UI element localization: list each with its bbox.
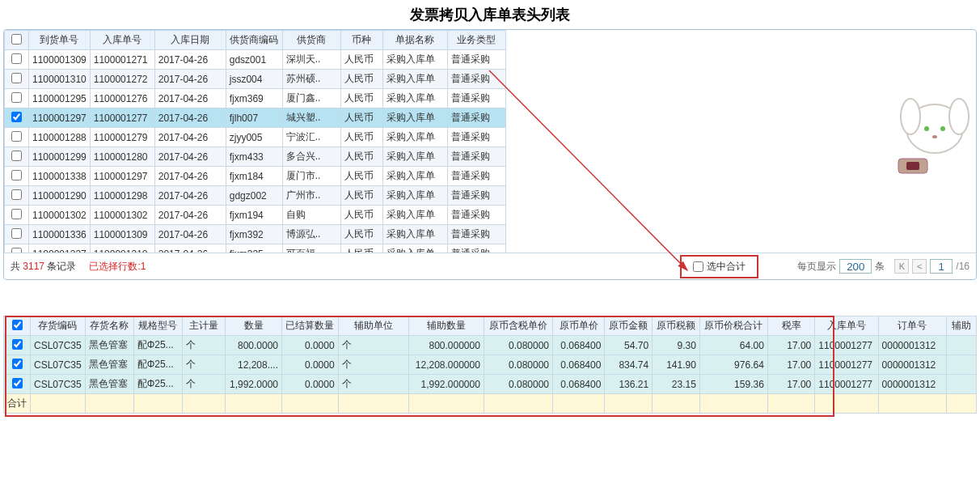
cell: 12,208.... (226, 355, 282, 375)
cell: 1100001309 (90, 225, 154, 244)
bottom-header[interactable]: 辅助 (946, 316, 976, 336)
top-header[interactable]: 币种 (340, 31, 382, 50)
per-page-input[interactable] (839, 259, 872, 274)
cell: 采购入库单 (382, 206, 447, 225)
bottom-header[interactable]: 订单号 (878, 316, 946, 336)
top-header[interactable]: 供货商 (282, 31, 340, 50)
row-checkbox[interactable] (12, 339, 23, 350)
cell: CSL07C35 (31, 375, 86, 394)
row-checkbox[interactable] (11, 112, 22, 122)
cell: 1,992.000000 (408, 375, 484, 394)
row-checkbox[interactable] (12, 359, 23, 369)
pager-page-input[interactable] (930, 259, 953, 274)
top-header[interactable]: 供货商编码 (226, 31, 282, 50)
table-row[interactable]: 110000129911000012802017-04-26fjxm433多合兴… (5, 147, 506, 167)
cell: 普通采购 (447, 244, 505, 254)
table-row[interactable]: 110000133711000013102017-04-26fjxm335可百福… (5, 244, 506, 254)
cell: 采购入库单 (382, 167, 447, 186)
per-page: 每页显示 条 (797, 259, 885, 274)
pager: K < /16 (894, 259, 969, 274)
table-row[interactable]: CSL07C35黑色管塞配Φ25...个12,208....0.0000个12,… (4, 355, 977, 375)
row-checkbox[interactable] (11, 53, 22, 64)
top-region: 到货单号入库单号入库日期供货商编码供货商币种单据名称业务类型1100001309… (3, 29, 977, 280)
cell: 0.0000 (282, 355, 339, 375)
cell: 2017-04-26 (154, 89, 226, 108)
cell: 配Φ25... (133, 336, 182, 355)
row-checkbox[interactable] (11, 248, 22, 254)
bottom-header[interactable]: 数量 (226, 316, 282, 336)
cell: 1100001336 (29, 225, 91, 244)
top-header[interactable]: 到货单号 (29, 31, 91, 50)
cell: 1100001295 (29, 89, 91, 108)
table-row[interactable]: 110000129011000012982017-04-26gdgz002广州市… (5, 186, 506, 206)
cell: 人民币 (340, 89, 382, 108)
bottom-header[interactable]: 已结算数量 (282, 316, 339, 336)
cell: 普通采购 (447, 186, 505, 206)
row-checkbox[interactable] (11, 92, 22, 103)
cell: 宁波汇.. (282, 128, 340, 147)
checksum-checkbox[interactable] (693, 261, 703, 272)
bottom-header[interactable]: 税率 (767, 316, 814, 336)
bottom-header[interactable]: 原币价税合计 (699, 316, 767, 336)
cell: 2017-04-26 (154, 167, 226, 186)
cell: 0.0000 (282, 336, 339, 355)
cell: 800.000000 (408, 336, 484, 355)
bottom-header[interactable]: 存货名称 (85, 316, 133, 336)
table-row[interactable]: 110000131011000012722017-04-26jssz004苏州硕… (5, 70, 506, 89)
cell: 1100001277 (90, 108, 154, 128)
top-header[interactable]: 单据名称 (382, 31, 447, 50)
pager-prev[interactable]: < (912, 259, 927, 274)
table-row[interactable]: 110000130211000013022017-04-26fjxm194自购人… (5, 206, 506, 225)
table-row[interactable]: 110000133611000013092017-04-26fjxm392博源弘… (5, 225, 506, 244)
top-header[interactable]: 入库单号 (90, 31, 154, 50)
bottom-header[interactable]: 原币金额 (605, 316, 653, 336)
cell: 54.70 (605, 336, 653, 355)
cell: 人民币 (340, 147, 382, 167)
table-row[interactable]: 110000133811000012972017-04-26fjxm184厦门市… (5, 167, 506, 186)
table-row[interactable]: CSL07C35黑色管塞配Φ25...个1,992.00000.0000个1,9… (4, 375, 977, 394)
cell: 17.00 (767, 336, 814, 355)
bottom-header[interactable]: 主计量 (182, 316, 226, 336)
row-checkbox[interactable] (11, 151, 22, 161)
cell: 采购入库单 (382, 50, 447, 70)
row-checkbox[interactable] (11, 209, 22, 219)
bottom-header[interactable]: 原币含税单价 (484, 316, 552, 336)
bottom-region: 存货编码存货名称规格型号主计量数量已结算数量辅助单位辅助数量原币含税单价原币单价… (3, 316, 977, 414)
bottom-header[interactable]: 存货编码 (31, 316, 86, 336)
row-checkbox[interactable] (11, 131, 22, 142)
top-header-checkbox[interactable] (11, 34, 22, 45)
bottom-header[interactable]: 规格型号 (133, 316, 182, 336)
table-row[interactable]: 110000128811000012792017-04-26zjyy005宁波汇… (5, 128, 506, 147)
row-checkbox[interactable] (11, 170, 22, 180)
table-row[interactable]: 110000129711000012772017-04-26fjlh007城兴塑… (5, 108, 506, 128)
row-checkbox[interactable] (12, 378, 23, 388)
bottom-header[interactable]: 原币税额 (653, 316, 700, 336)
cell: 黑色管塞 (85, 355, 133, 375)
top-header[interactable]: 入库日期 (154, 31, 226, 50)
cell: 个 (338, 355, 408, 375)
table-row[interactable]: CSL07C35黑色管塞配Φ25...个800.00000.0000个800.0… (4, 336, 977, 355)
cell: 1100001280 (90, 147, 154, 167)
row-checkbox[interactable] (11, 73, 22, 83)
checksum-box[interactable]: 选中合计 (680, 255, 758, 278)
top-header[interactable]: 业务类型 (447, 31, 505, 50)
cell: 人民币 (340, 128, 382, 147)
cell: fjxm369 (226, 89, 282, 108)
bottom-header-checkbox[interactable] (12, 320, 23, 330)
row-checkbox[interactable] (11, 189, 22, 200)
cell: 64.00 (699, 336, 767, 355)
bottom-header[interactable]: 入库单号 (815, 316, 878, 336)
row-checkbox[interactable] (11, 228, 22, 239)
bottom-header[interactable]: 辅助单位 (338, 316, 408, 336)
table-row[interactable]: 110000130911000012712017-04-26gdsz001深圳天… (5, 50, 506, 70)
table-row[interactable]: 110000129511000012762017-04-26fjxm369厦门鑫… (5, 89, 506, 108)
bottom-header[interactable]: 辅助数量 (408, 316, 484, 336)
pager-first[interactable]: K (894, 259, 909, 274)
total-records: 共 3117 条记录 (11, 260, 76, 274)
cell: 人民币 (340, 50, 382, 70)
bottom-header[interactable]: 原币单价 (553, 316, 605, 336)
cell: CSL07C35 (31, 336, 86, 355)
bottom-header[interactable] (4, 316, 31, 336)
cell: 城兴塑.. (282, 108, 340, 128)
cell: 采购入库单 (382, 128, 447, 147)
